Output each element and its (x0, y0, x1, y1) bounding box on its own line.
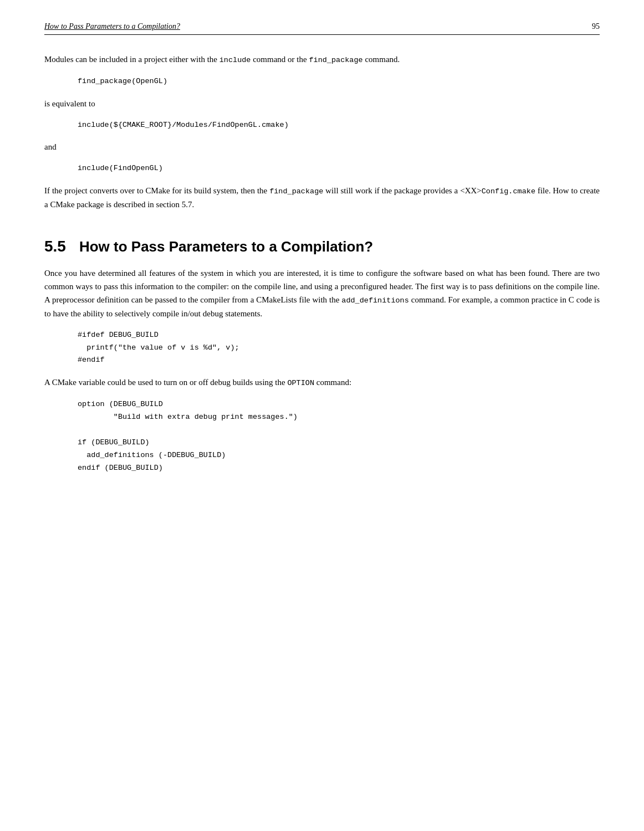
and-text: and (44, 140, 600, 153)
para2-text-before: If the project converts over to CMake fo… (44, 186, 269, 195)
para3-text-before: A CMake variable could be used to turn o… (44, 378, 287, 387)
equiv-text: is equivalent to (44, 97, 600, 110)
add-definitions-code: add_definitions (341, 296, 409, 305)
header-title: How to Pass Parameters to a Compilation? (44, 22, 180, 31)
intro-text-after: command. (363, 55, 400, 64)
section-heading: 5.5 How to Pass Parameters to a Compilat… (44, 238, 600, 255)
intro-paragraph: Modules can be included in a project eit… (44, 53, 600, 66)
para2-code2: Config.cmake (482, 187, 535, 196)
para2-text-after: will still work if the package provides … (323, 186, 481, 195)
paragraph-3: A CMake variable could be used to turn o… (44, 376, 600, 389)
code-block-4: #ifdef DEBUG_BUILD printf("the value of … (78, 329, 600, 367)
intro-text-before: Modules can be included in a project eit… (44, 55, 219, 64)
paragraph-2: If the project converts over to CMake fo… (44, 184, 600, 211)
code-block-5: option (DEBUG_BUILD "Build with extra de… (78, 398, 600, 475)
code-block-2: include(${CMAKE_ROOT}/Modules/FindOpenGL… (78, 119, 600, 132)
code-block-1: find_package(OpenGL) (78, 75, 600, 88)
intro-code1: include (219, 56, 251, 64)
section-number: 5.5 (44, 238, 66, 255)
para3-code: OPTION (287, 379, 314, 387)
section-paragraph: Once you have determined all features of… (44, 266, 600, 320)
code-block-3: include(FindOpenGL) (78, 162, 600, 175)
intro-text-middle: command or the (251, 55, 309, 64)
page-number: 95 (592, 22, 600, 31)
page: How to Pass Parameters to a Compilation?… (0, 0, 644, 831)
intro-code2: find_package (309, 56, 362, 64)
page-header: How to Pass Parameters to a Compilation?… (44, 22, 600, 35)
para3-text-after: command: (314, 378, 351, 387)
para2-code1: find_package (269, 187, 323, 196)
section-title: How to Pass Parameters to a Compilation? (79, 238, 373, 255)
